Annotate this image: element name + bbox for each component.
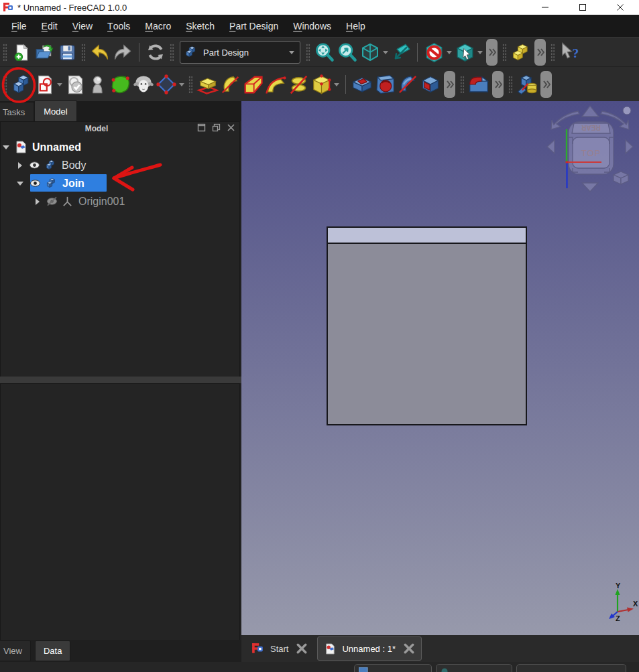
- expand-arrow-icon[interactable]: [18, 162, 22, 169]
- maximize-button[interactable]: [564, 0, 601, 15]
- solid-body-top-face[interactable]: [328, 228, 526, 244]
- panel-float-icon[interactable]: [212, 123, 221, 132]
- additive-loft-button[interactable]: [241, 72, 264, 97]
- clipping-plane-dropdown[interactable]: [445, 40, 453, 65]
- toolbar-overflow-button[interactable]: [444, 71, 455, 98]
- toolbar-overflow-button[interactable]: [486, 39, 498, 66]
- navcube-iso-corner-cube[interactable]: [614, 172, 628, 184]
- navcube-arrow-right[interactable]: [626, 140, 633, 153]
- mdi-tab-unnamed[interactable]: Unnamed : 1*: [317, 636, 422, 661]
- toolbar-overflow-button[interactable]: [540, 71, 552, 98]
- toolbar-grip[interactable]: [508, 76, 513, 93]
- menu-file[interactable]: File: [4, 15, 34, 37]
- open-document-button[interactable]: [33, 40, 56, 65]
- menu-help[interactable]: Help: [339, 15, 373, 37]
- undo-button[interactable]: [89, 40, 111, 65]
- panel-close-icon[interactable]: [227, 123, 235, 132]
- tree-item-unnamed[interactable]: Unnamed: [1, 138, 239, 156]
- create-datum-button[interactable]: [155, 72, 178, 97]
- toolbar-grip[interactable]: [550, 44, 555, 61]
- fit-selection-button[interactable]: [336, 40, 359, 65]
- sync-view-button[interactable]: [390, 40, 412, 65]
- clipping-plane-button[interactable]: [422, 40, 445, 65]
- fit-all-button[interactable]: [313, 40, 336, 65]
- navcube-arrow-down[interactable]: [582, 183, 598, 192]
- menu-windows[interactable]: Windows: [286, 15, 339, 37]
- expand-arrow-icon[interactable]: [36, 198, 40, 205]
- edit-sketch-button[interactable]: [64, 72, 86, 97]
- tree-item-body[interactable]: Body: [1, 156, 239, 174]
- solid-body-front-face[interactable]: [328, 244, 526, 424]
- create-sketch-dropdown[interactable]: [56, 72, 64, 97]
- toolbar-grip[interactable]: [81, 44, 86, 61]
- groove-button[interactable]: [396, 72, 419, 97]
- fillet-button[interactable]: [467, 72, 490, 97]
- pocket-button[interactable]: [351, 72, 373, 97]
- navigation-cube[interactable]: REAR TOP: [543, 103, 637, 198]
- tab-model[interactable]: Model: [34, 100, 76, 121]
- additive-primitive-dropdown[interactable]: [333, 72, 341, 97]
- navcube-top-label[interactable]: TOP: [581, 148, 601, 158]
- clipped-bottom-widget[interactable]: [436, 664, 512, 672]
- subtractive-primitive-button[interactable]: [419, 72, 442, 97]
- expand-arrow-icon[interactable]: [17, 182, 23, 186]
- menu-macro[interactable]: Macro: [137, 15, 178, 37]
- clipped-bottom-widget[interactable]: [354, 664, 432, 672]
- toolbar-overflow-button[interactable]: [492, 71, 504, 98]
- new-document-button[interactable]: [10, 40, 33, 65]
- shape-binder-button[interactable]: [109, 72, 132, 97]
- mdi-tab-start[interactable]: Start: [245, 637, 314, 660]
- panel-splitter[interactable]: [0, 377, 241, 383]
- create-sketch-button[interactable]: [33, 72, 56, 97]
- toolbar-grip[interactable]: [170, 44, 174, 61]
- toolbar-grip[interactable]: [460, 76, 465, 93]
- additive-pipe-button[interactable]: [264, 72, 287, 97]
- pad-button[interactable]: [196, 72, 219, 97]
- part-workbench-button[interactable]: [510, 40, 532, 65]
- axonometric-view-dropdown[interactable]: [382, 40, 390, 65]
- navcube-home-dot[interactable]: [623, 107, 631, 115]
- 3d-viewport[interactable]: REAR TOP Y X Z: [241, 101, 639, 635]
- clone-button[interactable]: [132, 72, 155, 97]
- revolution-button[interactable]: [219, 72, 241, 97]
- tab-view[interactable]: View: [0, 641, 31, 661]
- minimize-button[interactable]: [526, 0, 564, 15]
- navcube-arrow-up[interactable]: [582, 106, 599, 117]
- tab-data[interactable]: Data: [35, 641, 70, 661]
- toolbar-grip[interactable]: [188, 76, 193, 93]
- additive-primitive-button[interactable]: [310, 72, 333, 97]
- menu-part-design[interactable]: Part Design: [222, 15, 286, 37]
- create-body-button[interactable]: [10, 72, 33, 97]
- menu-edit[interactable]: Edit: [34, 15, 65, 37]
- workbench-selector[interactable]: Part Design: [180, 41, 300, 64]
- panel-minimize-icon[interactable]: [197, 123, 206, 132]
- selection-view-button[interactable]: [453, 40, 476, 65]
- boolean-operation-button[interactable]: [516, 72, 538, 97]
- expand-arrow-icon[interactable]: [3, 145, 9, 149]
- selection-view-dropdown[interactable]: [476, 40, 484, 65]
- toolbar-overflow-button[interactable]: [534, 39, 546, 66]
- menu-sketch[interactable]: Sketch: [178, 15, 222, 37]
- validate-sketch-button[interactable]: [86, 72, 109, 97]
- toolbar-grip[interactable]: [306, 44, 310, 61]
- hole-button[interactable]: [373, 72, 396, 97]
- close-tab-icon[interactable]: [296, 643, 307, 654]
- close-button[interactable]: [601, 0, 639, 15]
- menu-tools[interactable]: Tools: [100, 15, 137, 37]
- additive-helix-button[interactable]: [287, 72, 310, 97]
- axonometric-view-button[interactable]: [359, 40, 382, 65]
- refresh-button[interactable]: [144, 40, 167, 65]
- toolbar-grip[interactable]: [3, 44, 7, 61]
- toolbar-grip[interactable]: [502, 44, 507, 61]
- close-tab-icon[interactable]: [404, 643, 414, 654]
- tab-tasks[interactable]: Tasks: [0, 102, 34, 121]
- solid-body-object[interactable]: [327, 226, 527, 425]
- navcube-arrow-left[interactable]: [547, 140, 555, 153]
- save-button[interactable]: [56, 40, 78, 65]
- redo-button[interactable]: [111, 40, 134, 65]
- tree-item-origin001[interactable]: Origin001: [1, 192, 239, 210]
- whats-this-button[interactable]: ?: [558, 40, 581, 65]
- create-datum-dropdown[interactable]: [178, 72, 186, 97]
- tree-item-join[interactable]: Join: [1, 174, 239, 192]
- toolbar-grip[interactable]: [3, 76, 7, 93]
